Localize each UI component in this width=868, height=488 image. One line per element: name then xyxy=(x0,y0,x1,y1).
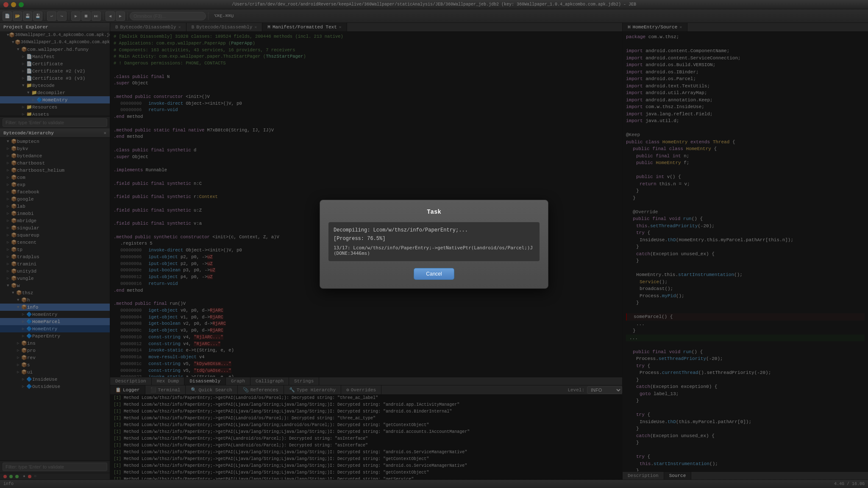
modal-decompiling-label: Decompiling: Lcom/w/thsz/info/PaperEntry… xyxy=(334,227,534,233)
modal-status-text: 13/17: Lcom/w/thsz/info/PaperEntry;->get… xyxy=(334,245,534,256)
modal-cancel-button[interactable]: Cancel xyxy=(414,268,454,280)
modal-progress-text: [Progress: 76.5%] xyxy=(334,236,534,242)
modal-body: Decompiling: Lcom/w/thsz/info/PaperEntry… xyxy=(328,222,540,261)
modal-title: Task xyxy=(328,209,540,215)
task-modal: Task Decompiling: Lcom/w/thsz/info/Paper… xyxy=(320,200,548,289)
modal-actions: Cancel xyxy=(328,268,540,280)
task-modal-overlay: Task Decompiling: Lcom/w/thsz/info/Paper… xyxy=(0,0,868,488)
